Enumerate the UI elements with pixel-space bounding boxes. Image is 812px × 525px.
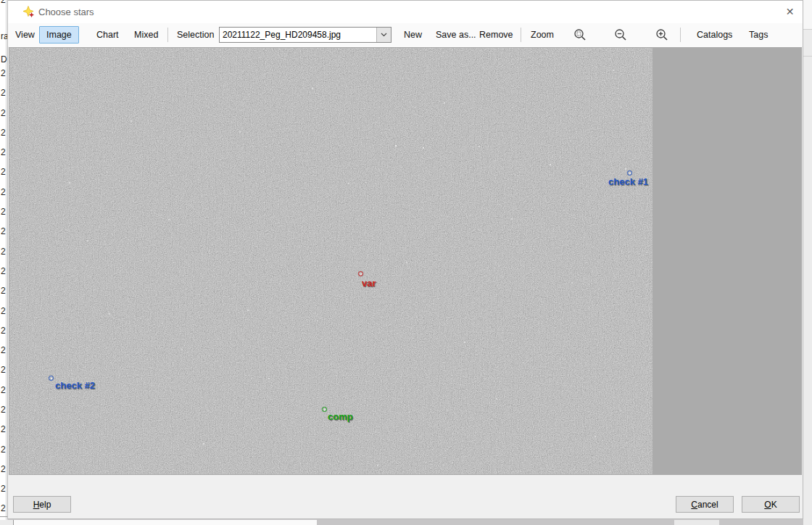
ok-button[interactable]: OK xyxy=(742,496,800,513)
background-text: 2 xyxy=(1,326,6,335)
background-text: 2 xyxy=(1,365,6,374)
check-1-star-marker[interactable] xyxy=(627,170,632,175)
background-text: 2 xyxy=(1,386,6,394)
choose-stars-dialog: Choose stars ✕ View Image Chart Mixed Se… xyxy=(7,0,803,519)
background-text: 2 xyxy=(1,128,6,137)
image-viewer[interactable] xyxy=(9,46,802,475)
cancel-button[interactable]: Cancel xyxy=(676,496,734,513)
background-window-edge xyxy=(0,516,7,517)
zoom-out-icon[interactable] xyxy=(614,28,627,41)
tab-image[interactable]: Image xyxy=(39,26,79,44)
background-text: 2 xyxy=(1,207,6,216)
var-star-marker[interactable] xyxy=(358,271,363,276)
background-text: D xyxy=(1,55,7,64)
save-as-button[interactable]: Save as... xyxy=(436,30,476,40)
comp-star-marker[interactable] xyxy=(322,407,327,412)
toolbar-separator xyxy=(167,28,168,42)
background-bottom-strip xyxy=(0,520,14,525)
new-button[interactable]: New xyxy=(404,30,422,40)
background-text: 2 xyxy=(1,227,6,236)
zoom-region-icon[interactable] xyxy=(573,28,587,41)
background-bottom-strip xyxy=(719,520,803,525)
background-text: 2 xyxy=(1,69,6,78)
toolbar-separator xyxy=(521,28,521,42)
background-text: 2 xyxy=(1,188,6,197)
background-text: 2 xyxy=(1,109,6,117)
background-text: 2 xyxy=(1,168,6,176)
toolbar: View Image Chart Mixed Selection 2021112… xyxy=(8,23,803,47)
tab-mixed[interactable]: Mixed xyxy=(127,26,165,44)
toolbar-separator xyxy=(680,28,681,42)
check-2-star-marker[interactable] xyxy=(49,376,54,381)
background-bottom-strip xyxy=(803,520,812,525)
background-bottom-strip xyxy=(14,520,317,525)
tab-chart[interactable]: Chart xyxy=(89,26,126,44)
background-text: 2 xyxy=(1,425,6,434)
screen: { "window": { "title": "Choose stars", "… xyxy=(0,0,812,525)
selection-label: Selection xyxy=(177,30,214,40)
background-bottom-strip xyxy=(317,520,674,525)
zoom-label: Zoom xyxy=(531,30,554,40)
background-text: 2 xyxy=(1,267,6,276)
chevron-down-icon[interactable] xyxy=(376,28,391,42)
background-right-strip xyxy=(803,0,812,525)
background-text: 2 xyxy=(1,465,6,474)
remove-button[interactable]: Remove xyxy=(479,30,513,40)
background-text: 2 xyxy=(1,286,6,295)
selection-value: 20211122_Peg_HD209458.jpg xyxy=(223,30,341,40)
tags-button[interactable]: Tags xyxy=(749,30,768,40)
view-label: View xyxy=(15,30,35,40)
background-text: 2 xyxy=(1,247,6,256)
close-icon[interactable]: ✕ xyxy=(778,1,802,22)
zoom-in-icon[interactable] xyxy=(655,28,668,41)
background-text: 2 xyxy=(1,346,6,355)
window-title: Choose stars xyxy=(38,7,94,17)
background-text: 2 xyxy=(1,445,6,454)
star-field-image[interactable] xyxy=(9,48,652,474)
catalogs-button[interactable]: Catalogs xyxy=(697,30,732,40)
background-gridline xyxy=(6,0,7,525)
help-button[interactable]: Help xyxy=(13,496,71,513)
background-bottom-strip xyxy=(674,520,719,525)
background-text: 2 xyxy=(1,405,6,414)
background-text: 2 xyxy=(1,504,6,513)
background-left-column: 2raD22222222222222222222222 xyxy=(0,0,7,525)
background-text: 2 xyxy=(1,484,6,493)
background-text: 2 xyxy=(1,0,6,4)
title-bar: Choose stars ✕ xyxy=(8,1,803,23)
selection-combobox[interactable]: 20211122_Peg_HD209458.jpg xyxy=(219,27,392,43)
background-text: 2 xyxy=(1,307,6,315)
choose-stars-icon xyxy=(22,6,35,18)
background-text: 2 xyxy=(1,148,6,157)
background-text: 2 xyxy=(1,88,6,97)
